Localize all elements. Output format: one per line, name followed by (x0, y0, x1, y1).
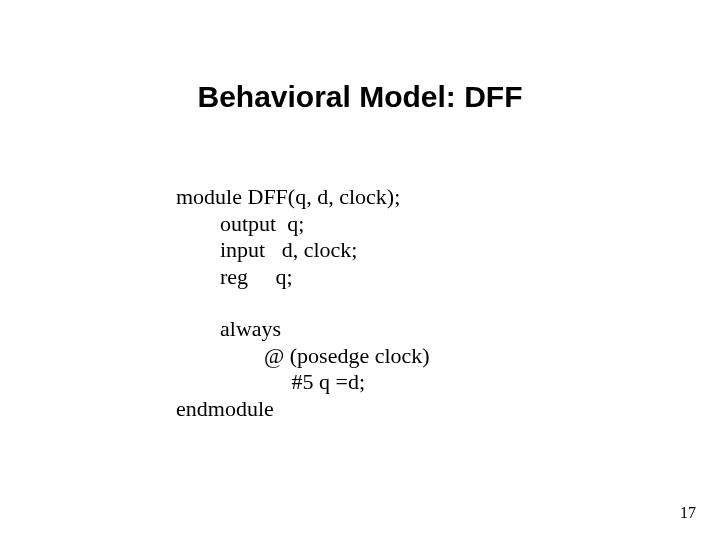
code-line: endmodule (176, 396, 274, 421)
code-line: module DFF(q, d, clock); (176, 184, 400, 209)
slide-title: Behavioral Model: DFF (0, 80, 720, 114)
code-line: output q; (176, 211, 304, 236)
code-line: input d, clock; (176, 237, 357, 262)
code-line: @ (posedge clock) (176, 343, 430, 368)
code-block: module DFF(q, d, clock); output q; input… (176, 158, 430, 448)
code-line: reg q; (176, 264, 293, 289)
code-line: always (176, 316, 281, 341)
slide: Behavioral Model: DFF module DFF(q, d, c… (0, 0, 720, 540)
code-line: #5 q =d; (176, 369, 365, 394)
page-number: 17 (680, 504, 696, 522)
